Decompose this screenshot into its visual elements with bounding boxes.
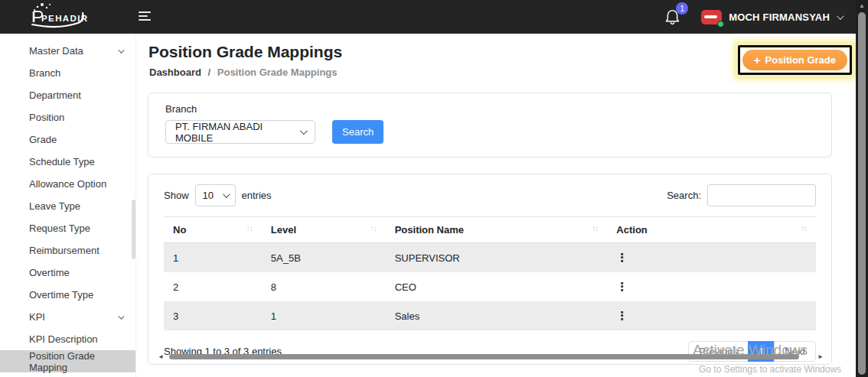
logo-image: PEHADIR (14, 2, 98, 32)
app-header: PEHADIR 1 MOCH FIRMANSYAH (0, 0, 868, 34)
sidebar-scrollbar-thumb[interactable] (132, 200, 135, 259)
sort-icon[interactable]: ↑↓ (801, 224, 807, 232)
row-actions-menu-icon[interactable]: ⋮ (616, 309, 628, 322)
sidebar-item-overtime-type[interactable]: Overtime Type (0, 284, 135, 306)
sort-icon[interactable]: ↑↓ (370, 224, 377, 232)
chevron-down-icon (118, 313, 124, 319)
sort-icon[interactable]: ↑↓ (592, 224, 598, 232)
horizontal-scrollbar-track[interactable] (166, 354, 815, 360)
table-controls: Show 10 entries Search: (164, 184, 816, 206)
sidebar-item-label: Overtime Type (29, 289, 93, 301)
cell-level: 8 (262, 272, 386, 301)
horizontal-scrollbar: ◄ ► (158, 353, 824, 361)
page-length-control: Show 10 entries (164, 184, 272, 206)
search-button[interactable]: Search (332, 120, 383, 144)
cell-no: 3 (164, 301, 262, 330)
sidebar-toggle-icon[interactable] (139, 11, 152, 23)
logo: PEHADIR (14, 2, 98, 35)
column-header-position-name[interactable]: Position Name ↑↓ (386, 217, 608, 243)
sidebar-item-label: Reimbursement (29, 245, 100, 256)
online-status-dot (717, 21, 724, 28)
scroll-up-arrow-icon[interactable]: ▲ (856, 2, 868, 9)
sidebar-item-label: Schedule Type (29, 156, 95, 167)
sidebar-item-position-grade-mapping[interactable]: Position Grade Mapping (0, 350, 135, 372)
hamburger-bar (139, 19, 151, 21)
column-label: No (173, 224, 186, 236)
sidebar-item-label: Position Grade Mapping (29, 350, 135, 373)
sidebar-item-overtime[interactable]: Overtime (0, 262, 135, 284)
table-search-control: Search: (667, 184, 816, 206)
entries-label: entries (242, 190, 272, 201)
row-actions-menu-icon[interactable]: ⋮ (616, 251, 628, 264)
cell-position-name: Sales (386, 301, 608, 330)
branch-label: Branch (165, 103, 814, 115)
column-header-level[interactable]: Level ↑↓ (262, 217, 386, 243)
sidebar-item-kpi-description[interactable]: KPI Description (0, 328, 135, 350)
sidebar-item-label: Department (29, 89, 81, 101)
page-length-value: 10 (203, 190, 214, 201)
breadcrumb-current: Position Grade Mappings (217, 67, 338, 78)
add-position-grade-button[interactable]: + Position Grade (742, 50, 847, 70)
table-header-row: No ↑↓ Level ↑↓ Position Name ↑↓ Action (164, 217, 816, 243)
table-row: 3 1 Sales ⋮ (164, 301, 816, 330)
cell-level: 1 (262, 301, 386, 330)
header-right: 1 MOCH FIRMANSYAH (664, 0, 842, 34)
sidebar-item-label: Branch (29, 67, 60, 79)
sidebar-item-label: KPI Description (29, 333, 98, 345)
show-label: Show (164, 190, 189, 201)
sidebar-item-leave-type[interactable]: Leave Type (0, 195, 135, 217)
hamburger-bar (139, 15, 148, 17)
sidebar-item-kpi[interactable]: KPI (0, 306, 135, 328)
user-name: MOCH FIRMANSYAH (729, 11, 830, 23)
sidebar-item-request-type[interactable]: Request Type (0, 217, 135, 239)
branch-filter-card: Branch PT. FIRMAN ABADI MOBILE Search (148, 93, 832, 158)
chevron-down-icon (222, 190, 230, 198)
sidebar-item-label: Grade (29, 134, 57, 145)
cell-no: 1 (164, 243, 262, 273)
position-grade-table: No ↑↓ Level ↑↓ Position Name ↑↓ Action (164, 216, 816, 330)
vertical-scrollbar[interactable]: ▲ (856, 0, 868, 377)
vertical-scrollbar-thumb[interactable] (858, 12, 866, 375)
chevron-down-icon (300, 127, 308, 135)
filter-row: PT. FIRMAN ABADI MOBILE Search (165, 120, 814, 144)
table-search-input[interactable] (707, 184, 816, 206)
page-length-select[interactable]: 10 (195, 184, 236, 206)
column-label: Action (616, 224, 647, 236)
sidebar-item-master-data[interactable]: Master Data (0, 40, 135, 62)
sidebar-item-allowance-option[interactable]: Allowance Option (0, 173, 135, 195)
sidebar-item-department[interactable]: Department (0, 84, 135, 106)
sidebar-item-position[interactable]: Position (0, 106, 135, 128)
sidebar-item-label: Master Data (29, 45, 83, 57)
chevron-down-icon (837, 12, 844, 20)
sidebar-item-branch[interactable]: Branch (0, 62, 135, 84)
column-label: Position Name (395, 224, 464, 236)
sidebar-item-schedule-type[interactable]: Schedule Type (0, 151, 135, 173)
sidebar-item-label: Allowance Option (29, 178, 106, 190)
notifications-button[interactable]: 1 (664, 8, 681, 26)
position-grade-table-card: Show 10 entries Search: No (148, 174, 832, 365)
sidebar-item-label: Leave Type (29, 200, 80, 212)
breadcrumb: Dashboard / Position Grade Mappings (149, 67, 338, 78)
horizontal-scrollbar-thumb[interactable] (169, 354, 799, 359)
cell-position-name: CEO (386, 272, 608, 301)
sidebar-item-label: Overtime (29, 267, 70, 278)
row-actions-menu-icon[interactable]: ⋮ (616, 280, 628, 293)
column-header-no[interactable]: No ↑↓ (164, 217, 262, 243)
breadcrumb-separator: / (208, 67, 211, 78)
user-menu[interactable]: MOCH FIRMANSYAH (701, 10, 842, 24)
plus-icon: + (754, 54, 761, 66)
table-row: 2 8 CEO ⋮ (164, 272, 816, 301)
column-label: Level (271, 224, 296, 236)
sidebar-item-reimbursement[interactable]: Reimbursement (0, 239, 135, 262)
sort-icon[interactable]: ↑↓ (246, 224, 253, 232)
branch-select-value: PT. FIRMAN ABADI MOBILE (175, 121, 300, 144)
branch-select[interactable]: PT. FIRMAN ABADI MOBILE (165, 120, 315, 144)
scroll-right-arrow-icon[interactable]: ► (817, 354, 824, 360)
sidebar-item-label: Position (29, 112, 64, 123)
breadcrumb-dashboard-link[interactable]: Dashboard (149, 67, 201, 78)
column-header-action[interactable]: Action ↑↓ (607, 217, 816, 243)
scroll-left-arrow-icon[interactable]: ◄ (158, 354, 164, 360)
main-content: Position Grade Mappings Dashboard / Posi… (136, 34, 856, 377)
sidebar-item-label: Request Type (29, 223, 90, 234)
sidebar-item-grade[interactable]: Grade (0, 128, 135, 151)
